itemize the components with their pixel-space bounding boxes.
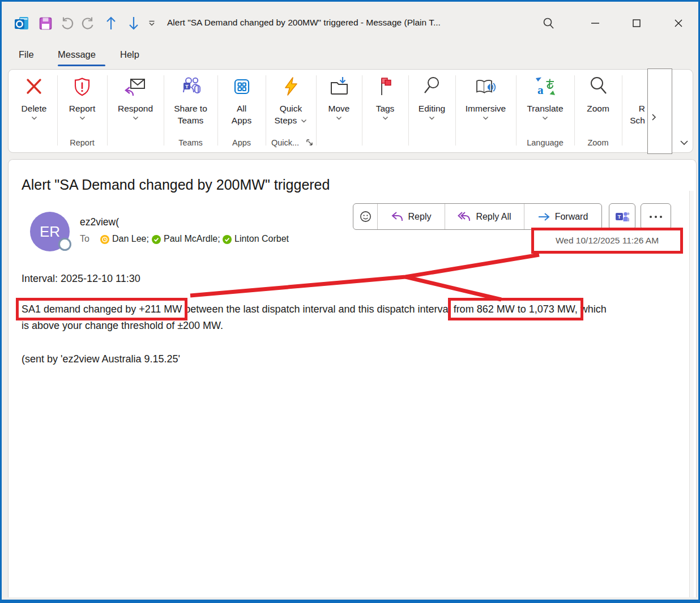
delete-icon: [11, 74, 57, 99]
body-sent-by-line: (sent by 'ez2view Australia 9.15.25': [22, 351, 180, 367]
ribbon-button-respond[interactable]: Respond: [107, 70, 164, 150]
reply-arrow-icon: [391, 211, 403, 222]
chevron-down-icon: [107, 116, 164, 120]
maximize-button[interactable]: [624, 11, 650, 35]
vertical-scrollbar[interactable]: [689, 191, 694, 597]
presence-available-icon: [223, 235, 232, 244]
presence-available-icon: [152, 235, 161, 244]
body-paragraph-line2: is above your change threshold of ±200 M…: [22, 318, 223, 334]
active-menu-underline: [58, 65, 105, 66]
close-button[interactable]: [665, 11, 692, 35]
ellipsis-icon: [649, 215, 663, 219]
to-label: To: [80, 234, 89, 244]
immersive-reader-icon: [455, 74, 516, 99]
received-date: Wed 10/12/2025 11:26 AM: [556, 236, 659, 246]
previous-item-button[interactable]: [101, 12, 121, 35]
teams-icon: T: [615, 210, 630, 224]
ribbon: Delete Report Report: [8, 69, 693, 153]
forward-button[interactable]: Forward: [524, 204, 601, 229]
recipient[interactable]: Linton Corbet: [234, 234, 289, 244]
menu-bar: File Message Help: [2, 42, 698, 70]
ribbon-button-delete[interactable]: Delete: [11, 70, 57, 150]
redo-button[interactable]: [79, 12, 98, 35]
outlook-app-icon: [12, 12, 31, 35]
dialog-launcher-icon[interactable]: [306, 139, 313, 146]
message-reading-pane: Alert "SA Demand changed by 200MW" trigg…: [8, 159, 697, 597]
chevron-down-icon: [455, 116, 516, 120]
reply-all-arrow-icon: [458, 211, 471, 222]
annotated-demand-values-text: from 862 MW to 1,073 MW,: [454, 303, 578, 315]
smiley-icon: [359, 210, 372, 223]
ribbon-button-all-apps[interactable]: All Apps Apps: [217, 70, 266, 150]
chevron-right-icon: [651, 113, 656, 121]
chevron-down-icon: [301, 119, 307, 123]
chevron-down-icon: [516, 116, 574, 120]
window-title: Alert "SA Demand changed by 200MW" trigg…: [167, 18, 441, 28]
email-subject: Alert "SA Demand changed by 200MW" trigg…: [22, 177, 330, 193]
svg-text:T: T: [185, 83, 189, 89]
svg-text:T: T: [617, 213, 621, 219]
message-action-bar: Reply Reply All Forward: [353, 203, 602, 230]
ribbon-button-report[interactable]: Report Report: [57, 70, 107, 150]
chevron-down-icon: [316, 116, 362, 120]
share-to-teams-button[interactable]: T: [609, 203, 635, 230]
sender-name[interactable]: ez2view(: [80, 216, 119, 228]
save-button[interactable]: [36, 12, 55, 35]
tags-flag-icon: [362, 74, 408, 99]
quick-steps-lightning-icon: [266, 74, 316, 99]
report-shield-icon: [57, 74, 107, 99]
ribbon-button-immersive[interactable]: Immersive: [455, 70, 516, 150]
chevron-down-icon: [362, 116, 408, 120]
chevron-down-icon: [408, 116, 455, 120]
ribbon-button-quick-steps[interactable]: Quick Steps Quick...: [266, 70, 316, 150]
respond-envelope-icon: [107, 74, 164, 99]
ribbon-button-share-to-teams[interactable]: T Share to Teams Teams: [164, 70, 217, 150]
next-item-button[interactable]: [124, 12, 143, 35]
presence-offline-icon: [58, 238, 71, 251]
reply-all-button[interactable]: Reply All: [445, 204, 524, 229]
body-interval-line: Interval: 2025-12-10 11:30: [22, 271, 140, 287]
ribbon-button-editing[interactable]: Editing: [408, 70, 455, 150]
teams-share-icon: T: [164, 74, 217, 99]
move-folder-icon: [316, 74, 362, 99]
translate-icon: a: [516, 74, 574, 99]
menu-help[interactable]: Help: [120, 49, 139, 60]
outlook-message-window: Alert "SA Demand changed by 200MW" trigg…: [0, 0, 700, 603]
chevron-down-icon: [57, 116, 107, 120]
minimize-button[interactable]: [582, 11, 608, 35]
search-icon[interactable]: [535, 11, 561, 35]
ribbon-overflow-strip[interactable]: [647, 69, 672, 154]
chevron-down-icon: [11, 116, 57, 120]
presence-away-icon: [100, 235, 109, 244]
recipient[interactable]: Dan Lee;: [112, 234, 149, 244]
annotation-box-date: Wed 10/12/2025 11:26 AM: [531, 228, 683, 254]
ribbon-button-move[interactable]: Move: [316, 70, 362, 150]
body-paragraph-line1: SA1 demand changed by +211 MW between th…: [22, 301, 607, 318]
ribbon-button-zoom[interactable]: Zoom Zoom: [574, 70, 622, 150]
menu-file[interactable]: File: [19, 49, 34, 60]
customize-toolbar-chevron-icon[interactable]: [144, 12, 159, 35]
annotated-demand-change-text: SA1 demand changed by +211 MW: [22, 303, 182, 315]
menu-message[interactable]: Message: [58, 49, 96, 60]
all-apps-grid-icon: [217, 74, 266, 99]
svg-text:a: a: [537, 83, 544, 97]
forward-arrow-icon: [538, 212, 550, 221]
collapse-ribbon-chevron-icon[interactable]: [676, 136, 693, 149]
title-bar: Alert "SA Demand changed by 200MW" trigg…: [2, 2, 698, 42]
more-actions-button[interactable]: [641, 203, 671, 230]
reply-button[interactable]: Reply: [377, 204, 445, 229]
emoji-reaction-button[interactable]: [353, 204, 377, 229]
ribbon-button-tags[interactable]: Tags: [362, 70, 408, 150]
recipient[interactable]: Paul McArdle;: [164, 234, 220, 244]
zoom-magnifier-icon: [574, 74, 622, 99]
ribbon-button-translate[interactable]: a Translate Language: [516, 70, 574, 150]
editing-magnifier-icon: [408, 74, 455, 99]
undo-button[interactable]: [57, 12, 76, 35]
